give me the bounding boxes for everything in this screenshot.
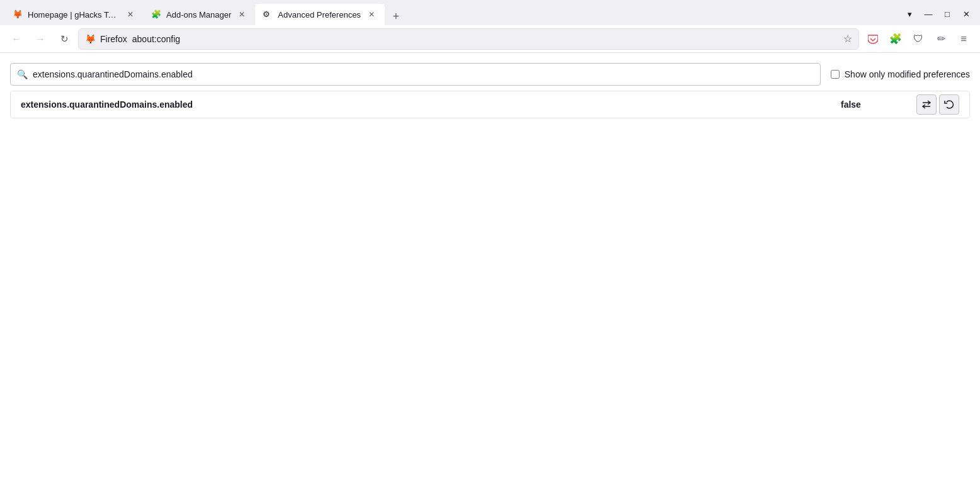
shield-button[interactable]: 🛡 <box>908 29 928 49</box>
preferences-table: extensions.quarantinedDomains.enabled fa… <box>10 91 970 118</box>
pen-button[interactable]: ✏ <box>931 29 951 49</box>
bookmark-star-icon[interactable]: ☆ <box>843 33 852 45</box>
preference-value: false <box>841 99 916 110</box>
table-row: extensions.quarantinedDomains.enabled fa… <box>11 91 969 118</box>
maximize-button[interactable]: □ <box>938 5 956 23</box>
new-tab-button[interactable]: + <box>387 8 405 25</box>
main-content: 🔍 Show only modified preferences extensi… <box>0 53 980 493</box>
tab-close-addons[interactable]: ✕ <box>236 9 248 20</box>
tab-favicon-addons: 🧩 <box>151 9 161 20</box>
reload-button[interactable]: ↻ <box>54 29 74 49</box>
extensions-button[interactable]: 🧩 <box>886 29 906 49</box>
search-input[interactable] <box>33 69 814 79</box>
firefox-logo-icon: 🦊 <box>85 34 95 44</box>
close-button[interactable]: ✕ <box>957 5 975 23</box>
search-icon: 🔍 <box>17 69 28 79</box>
tab-favicon-advanced-prefs: ⚙ <box>263 9 273 20</box>
preference-name: extensions.quarantinedDomains.enabled <box>21 99 841 110</box>
tab-homepage[interactable]: 🦊 Homepage | gHacks Technolog… ✕ <box>5 4 144 25</box>
tab-title-advanced-prefs: Advanced Preferences <box>278 10 361 20</box>
search-box[interactable]: 🔍 <box>10 63 821 86</box>
search-row: 🔍 Show only modified preferences <box>10 63 970 86</box>
address-bar[interactable]: 🦊 Firefox about:config ☆ <box>78 28 859 50</box>
preference-actions <box>916 94 959 115</box>
back-button[interactable]: ← <box>6 29 26 49</box>
address-url: about:config <box>132 34 180 44</box>
show-modified-row: Show only modified preferences <box>831 69 970 79</box>
toolbar-buttons: 🧩 🛡 ✏ ≡ <box>863 29 974 49</box>
menu-button[interactable]: ≡ <box>954 29 974 49</box>
pocket-button[interactable] <box>863 29 883 49</box>
show-modified-label[interactable]: Show only modified preferences <box>845 69 970 79</box>
tab-advanced-prefs[interactable]: ⚙ Advanced Preferences ✕ <box>255 4 385 25</box>
forward-button[interactable]: → <box>30 29 50 49</box>
minimize-button[interactable]: — <box>920 5 937 23</box>
tab-close-advanced-prefs[interactable]: ✕ <box>366 9 377 20</box>
toggle-button[interactable] <box>916 94 937 115</box>
window-controls: ▾ — □ ✕ <box>901 5 975 25</box>
show-modified-checkbox[interactable] <box>831 70 840 79</box>
tab-title-addons: Add-ons Manager <box>166 10 231 20</box>
tab-bar: 🦊 Homepage | gHacks Technolog… ✕ 🧩 Add-o… <box>0 0 980 25</box>
nav-bar: ← → ↻ 🦊 Firefox about:config ☆ 🧩 🛡 ✏ ≡ <box>0 25 980 53</box>
tab-addons[interactable]: 🧩 Add-ons Manager ✕ <box>144 4 255 25</box>
tabs-dropdown-button[interactable]: ▾ <box>901 5 918 23</box>
browser-name: Firefox <box>100 34 127 44</box>
tab-title-homepage: Homepage | gHacks Technolog… <box>28 10 120 20</box>
tab-close-homepage[interactable]: ✕ <box>125 9 136 20</box>
tab-favicon-homepage: 🦊 <box>13 9 23 20</box>
reset-button[interactable] <box>939 94 959 115</box>
